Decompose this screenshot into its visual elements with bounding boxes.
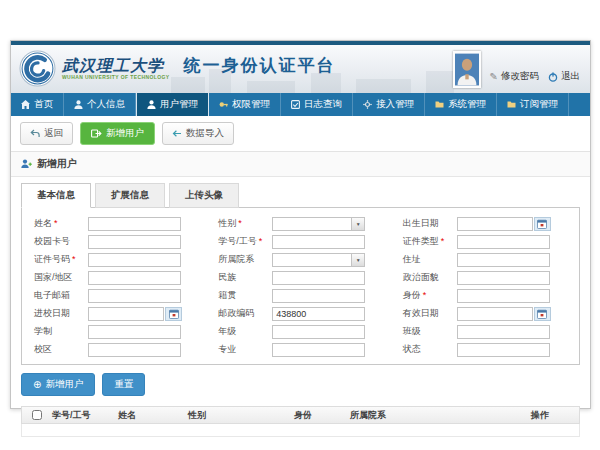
major-input[interactable] <box>272 343 365 357</box>
field-label: 民族 <box>218 272 236 282</box>
ethnicity-input[interactable] <box>272 271 365 285</box>
field-label: 所属院系 <box>218 254 254 264</box>
nav-item-user-management[interactable]: 用户管理 <box>136 93 209 116</box>
country-region-input[interactable] <box>88 271 181 285</box>
grade-input[interactable] <box>272 325 365 339</box>
status-input[interactable] <box>457 343 550 357</box>
tab-extended-info[interactable]: 扩展信息 <box>95 183 165 208</box>
nav-item-system-management[interactable]: 系统管理 <box>425 93 497 116</box>
name-input[interactable] <box>88 217 181 231</box>
nav-item-access-management[interactable]: 接入管理 <box>353 93 425 116</box>
calendar-icon[interactable] <box>534 307 551 321</box>
column-student-id: 学号/工号 <box>48 409 114 422</box>
field-label: 国家/地区 <box>34 272 73 282</box>
nav-item-home[interactable]: 首页 <box>11 93 64 116</box>
id-type-input[interactable] <box>457 235 550 249</box>
header: 武汉理工大学 WUHAN UNIVERSITY OF TECHNOLOGY 统一… <box>11 45 590 93</box>
nav-label: 首页 <box>34 98 53 111</box>
nav-label: 接入管理 <box>376 98 414 111</box>
power-icon <box>548 72 558 82</box>
field-label: 身份 <box>403 290 421 300</box>
required-asterisk: * <box>54 218 58 228</box>
calendar-icon[interactable] <box>165 307 182 321</box>
field-student-id: 学号/工号* <box>208 234 392 249</box>
field-label: 有效日期 <box>403 308 439 318</box>
reset-button[interactable]: 重置 <box>102 373 145 396</box>
class-input[interactable] <box>457 325 550 339</box>
field-campus-card-number: 校园卡号 <box>24 234 208 249</box>
id-number-input[interactable] <box>88 253 181 267</box>
column-gender: 性别 <box>184 409 290 422</box>
submit-label: 新增用户 <box>45 378 83 391</box>
field-major: 专业 <box>208 342 392 357</box>
field-label: 年级 <box>218 326 236 336</box>
identity-input[interactable] <box>457 289 550 303</box>
pencil-icon: ✎ <box>490 71 498 82</box>
entry-date-input[interactable] <box>88 307 164 321</box>
field-id-number: 证件号码* <box>24 252 208 267</box>
student-id-input[interactable] <box>272 235 365 249</box>
user-icon <box>74 100 83 109</box>
native-place-input[interactable] <box>272 289 365 303</box>
column-identity: 身份 <box>290 409 346 422</box>
nav-item-personal-info[interactable]: 个人信息 <box>64 93 136 116</box>
nav-label: 个人信息 <box>87 98 125 111</box>
postal-code-input[interactable] <box>272 307 365 321</box>
required-asterisk: * <box>423 290 427 300</box>
valid-date-input[interactable] <box>457 307 533 321</box>
chevron-down-icon: ▼ <box>351 254 364 266</box>
chevron-down-icon: ▼ <box>351 218 364 230</box>
logout-link[interactable]: 退出 <box>548 70 580 83</box>
building-silhouette <box>356 79 411 93</box>
address-input[interactable] <box>457 253 550 267</box>
field-status: 状态 <box>393 342 577 357</box>
campus-input[interactable] <box>88 343 181 357</box>
required-asterisk: * <box>238 218 242 228</box>
change-password-link[interactable]: ✎ 修改密码 <box>490 70 539 83</box>
nav-item-permission-management[interactable]: 权限管理 <box>209 93 281 116</box>
back-button[interactable]: 返回 <box>20 122 73 145</box>
folder-icon <box>435 100 444 109</box>
field-label: 学号/工号 <box>218 236 257 246</box>
toolbar: 返回 新增用户 数据导入 <box>11 116 590 152</box>
field-department: 所属院系 ▼ <box>208 252 392 267</box>
section-title: 新增用户 <box>37 157 77 171</box>
nav-item-subscription-management[interactable]: 订阅管理 <box>497 93 569 116</box>
select-all-checkbox[interactable] <box>32 410 42 420</box>
new-user-icon <box>91 129 102 138</box>
required-asterisk: * <box>441 236 445 246</box>
campus-card-number-input[interactable] <box>88 235 181 249</box>
calendar-icon[interactable] <box>534 217 551 231</box>
tab-upload-avatar[interactable]: 上传头像 <box>169 183 239 208</box>
nav-label: 权限管理 <box>232 98 270 111</box>
birth-date-input[interactable] <box>457 217 533 231</box>
field-label: 学制 <box>34 326 52 336</box>
column-operation: 操作 <box>527 409 579 422</box>
main-nav: 首页 个人信息 用户管理 权限管理 日志查询 接入管理 系统管理 订阅管理 <box>11 93 590 116</box>
university-name-en: WUHAN UNIVERSITY OF TECHNOLOGY <box>62 74 169 80</box>
folder-icon <box>507 100 516 109</box>
nav-item-log-query[interactable]: 日志查询 <box>281 93 353 116</box>
submit-add-user-button[interactable]: ⊕ 新增用户 <box>21 373 95 396</box>
empty-table-row <box>21 424 580 437</box>
add-user-icon <box>21 159 32 169</box>
data-import-button[interactable]: 数据导入 <box>162 122 234 145</box>
department-select[interactable]: ▼ <box>272 253 365 267</box>
gender-select[interactable]: ▼ <box>272 217 365 231</box>
field-label: 进校日期 <box>34 308 70 318</box>
new-user-button[interactable]: 新增用户 <box>80 122 155 145</box>
field-id-type: 证件类型* <box>393 234 577 249</box>
tab-basic-info[interactable]: 基本信息 <box>21 183 91 208</box>
field-label: 出生日期 <box>403 218 439 228</box>
nav-label: 系统管理 <box>448 98 486 111</box>
email-input[interactable] <box>88 289 181 303</box>
field-label: 证件类型 <box>403 236 439 246</box>
data-import-label: 数据导入 <box>186 127 224 140</box>
field-label: 校园卡号 <box>34 236 70 246</box>
political-status-input[interactable] <box>457 271 550 285</box>
back-label: 返回 <box>44 127 63 140</box>
education-system-input[interactable] <box>88 325 181 339</box>
required-asterisk: * <box>72 254 76 264</box>
gear-icon <box>363 100 372 109</box>
avatar[interactable] <box>453 51 481 88</box>
